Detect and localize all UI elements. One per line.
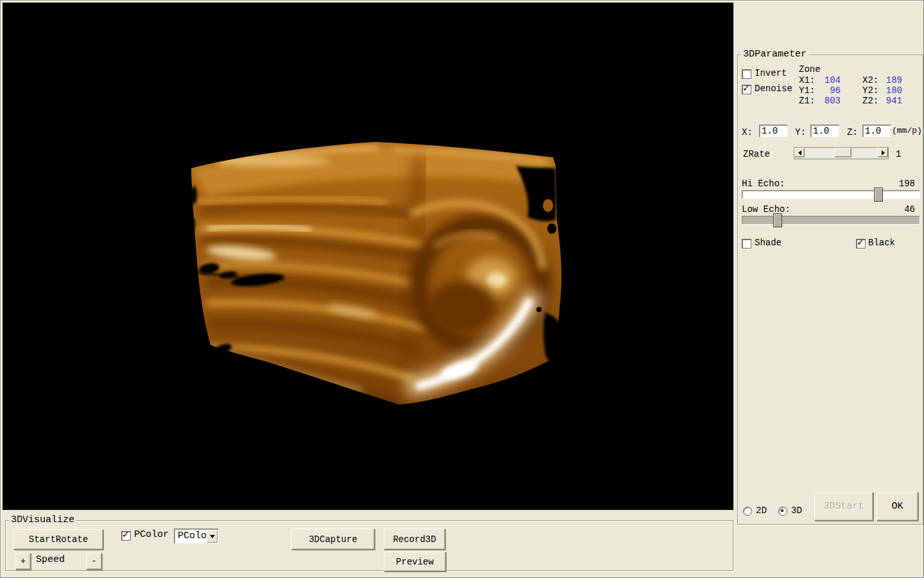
zrate-value: 1 xyxy=(896,149,901,159)
zone-title: Zone xyxy=(799,64,821,74)
zone-z1-label: Z1: xyxy=(799,96,815,106)
zone-y2-label: Y2: xyxy=(862,85,878,96)
hi-echo-label: Hi Echo: xyxy=(742,179,785,189)
mode-3d-label: 3D xyxy=(791,505,802,516)
zrate-right-arrow-button[interactable] xyxy=(878,148,888,157)
zrate-label: ZRate xyxy=(743,149,770,159)
checkmark-icon: ✓ xyxy=(742,83,750,93)
scale-unit-label: (mm/p) xyxy=(892,126,922,136)
shade-label: Shade xyxy=(755,238,782,248)
zone-z1-value: 803 xyxy=(819,96,841,106)
visualize-groupbox: 3DVisualize StartRotate ✓ PColor PColor … xyxy=(5,520,733,571)
low-echo-slider-thumb[interactable] xyxy=(773,213,782,227)
zrate-scrollbar-thumb[interactable] xyxy=(834,148,851,157)
zrate-left-arrow-button[interactable] xyxy=(794,148,805,157)
mode-2d-label: 2D xyxy=(756,505,767,516)
pcolor-dropdown[interactable]: PColor xyxy=(174,529,219,544)
scale-x-label: X: xyxy=(742,127,753,137)
left-arrow-icon xyxy=(798,150,801,155)
render-viewport[interactable] xyxy=(3,3,733,510)
zone-z2-value: 941 xyxy=(880,96,902,106)
zone-y1-label: Y1: xyxy=(799,85,815,96)
hi-echo-slider[interactable] xyxy=(742,190,920,199)
right-arrow-icon xyxy=(882,150,885,155)
hi-echo-value: 198 xyxy=(889,179,915,189)
low-echo-value: 46 xyxy=(889,204,915,215)
zone-y2-value: 180 xyxy=(880,85,902,96)
zone-z2-label: Z2: xyxy=(862,96,878,106)
pcolor-label: PColor xyxy=(134,530,169,540)
black-checkbox[interactable]: ✓ xyxy=(856,239,866,249)
black-label: Black xyxy=(868,238,895,248)
denoise-checkbox[interactable]: ✓ xyxy=(742,85,751,94)
volume-render-3d xyxy=(3,3,733,510)
shade-checkbox[interactable]: ✓ xyxy=(742,239,751,249)
record-3d-button[interactable]: Record3D xyxy=(384,529,445,550)
scale-y-input[interactable] xyxy=(810,125,839,137)
visualize-groupbox-title: 3DVisualize xyxy=(9,514,76,525)
scale-z-label: Z: xyxy=(847,127,858,137)
zone-x2-value: 189 xyxy=(880,75,902,85)
speed-minus-button[interactable]: - xyxy=(86,553,102,570)
radio-dot-icon xyxy=(781,509,783,512)
zone-x1-label: X1: xyxy=(799,75,815,85)
hi-echo-slider-thumb[interactable] xyxy=(874,188,883,202)
speed-plus-button[interactable]: + xyxy=(15,553,31,570)
preview-button[interactable]: Preview xyxy=(384,552,446,572)
ok-button[interactable]: OK xyxy=(877,492,918,521)
scale-x-input[interactable] xyxy=(759,125,788,137)
start-rotate-button[interactable]: StartRotate xyxy=(13,529,103,550)
pcolor-checkbox[interactable]: ✓ xyxy=(121,531,131,541)
zone-y1-value: 96 xyxy=(819,85,841,96)
zone-x2-label: X2: xyxy=(862,75,878,85)
low-echo-label: Low Echo: xyxy=(742,204,791,215)
start-3d-button[interactable]: 3DStart xyxy=(814,492,873,521)
checkmark-icon: ✓ xyxy=(857,237,864,247)
mode-2d-radio[interactable] xyxy=(743,507,752,516)
invert-checkbox[interactable]: ✓ xyxy=(742,69,751,79)
app-window: { "colors":{ "panel_bg":"#ece9d8", "view… xyxy=(0,0,924,578)
param-groupbox: 3DParameter ✓ Invert ✓ Denoise Zone X1: … xyxy=(737,55,923,525)
scale-z-input[interactable] xyxy=(862,125,891,137)
checkmark-icon: ✓ xyxy=(122,529,130,539)
scale-y-label: Y: xyxy=(795,127,806,137)
chevron-down-icon xyxy=(210,535,215,538)
param-groupbox-title: 3DParameter xyxy=(741,49,809,60)
speed-label: Speed xyxy=(36,555,65,565)
invert-label: Invert xyxy=(755,68,787,78)
zone-x1-value: 104 xyxy=(819,75,841,85)
mode-3d-radio[interactable] xyxy=(778,507,787,516)
denoise-label: Denoise xyxy=(755,83,792,94)
low-echo-slider[interactable] xyxy=(742,216,920,225)
zrate-scrollbar[interactable] xyxy=(794,147,889,159)
capture-3d-button[interactable]: 3DCapture xyxy=(291,529,375,550)
pcolor-dropdown-arrow-button[interactable] xyxy=(207,530,218,543)
